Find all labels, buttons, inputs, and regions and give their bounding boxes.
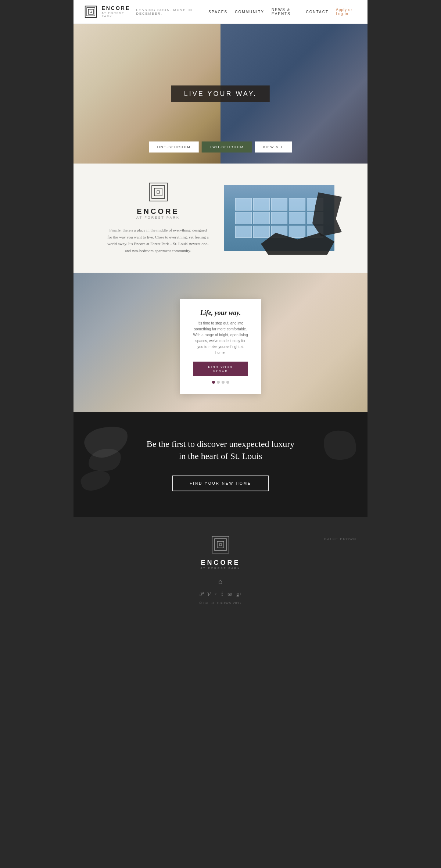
about-right — [224, 185, 334, 251]
about-section: ENCORE AT FOREST PARK Finally, there's a… — [74, 164, 368, 273]
equal-housing-icon: ⌂ — [218, 577, 223, 585]
window — [235, 226, 252, 238]
googleplus-icon[interactable]: g+ — [236, 591, 242, 598]
hero-buttons: ONE-BEDROOM TWO-BEDROOM VIEW ALL — [149, 141, 292, 153]
dot-4[interactable] — [226, 381, 229, 384]
svg-rect-9 — [215, 539, 226, 550]
ink-splash-decoration — [312, 192, 342, 236]
login-label[interactable]: Log-in — [336, 12, 348, 16]
footer-brand-sub: AT FOREST PARK — [85, 567, 356, 570]
header-tagline: LEASING SOON. MOVE IN DECEMBER. — [136, 8, 208, 15]
logo-sub: AT FOREST PARK — [101, 11, 132, 18]
dark-title-line2: in the heart of St. Louis — [179, 451, 262, 461]
find-home-button[interactable]: FIND YOUR NEW HOME — [172, 476, 269, 491]
hero-banner: LIVE YOUR WAY. — [171, 86, 270, 102]
about-brand-sub: AT FOREST PARK — [107, 216, 209, 219]
balke-brown-label: BALKE BROWN — [324, 537, 356, 541]
dark-title-line1: Be the first to discover unexpected luxu… — [147, 439, 295, 449]
footer-logo-icon — [211, 535, 230, 554]
nav-apply[interactable]: Apply or Log-in — [336, 8, 356, 16]
footer: ENCORE AT FOREST PARK ⌂ 𝒫 𝓥 ᵛ f ✉ g+ BAL… — [74, 517, 368, 616]
hero-section: LIVE YOUR WAY. ONE-BEDROOM TWO-BEDROOM V… — [74, 24, 368, 164]
lifestyle-description: It's time to step out, and into somethin… — [193, 320, 248, 356]
logo-text: ENCORE AT FOREST PARK — [101, 5, 132, 18]
vine-icon[interactable]: ᵛ — [215, 591, 217, 598]
copyright: © BALKE BROWN 2017 — [85, 601, 356, 605]
dot-3[interactable] — [222, 381, 225, 384]
lifestyle-section: Life, your way. It's time to step out, a… — [74, 273, 368, 412]
about-left: ENCORE AT FOREST PARK Finally, there's a… — [107, 182, 209, 254]
about-logo-icon — [148, 182, 168, 202]
lifestyle-card: Life, your way. It's time to step out, a… — [180, 299, 261, 394]
encore-logo-icon — [85, 4, 97, 19]
nav-spaces[interactable]: SPACES — [208, 10, 227, 14]
svg-rect-5 — [152, 186, 165, 198]
svg-rect-10 — [217, 541, 224, 548]
window — [253, 226, 270, 238]
find-space-button[interactable]: FIND YOUR SPACE — [193, 362, 248, 376]
svg-rect-2 — [88, 9, 93, 14]
svg-rect-1 — [87, 8, 95, 16]
window — [289, 226, 305, 238]
dot-1[interactable] — [212, 381, 215, 384]
logo-brand: ENCORE — [101, 5, 132, 11]
footer-brand: ENCORE — [85, 559, 356, 567]
pinterest-icon[interactable]: 𝒫 — [199, 591, 203, 598]
svg-rect-7 — [157, 191, 159, 193]
window — [253, 212, 270, 224]
email-icon[interactable]: ✉ — [227, 591, 232, 598]
hero-overlay: LIVE YOUR WAY. — [171, 86, 270, 102]
window — [289, 212, 305, 224]
window — [271, 198, 288, 210]
two-bedroom-button[interactable]: TWO-BEDROOM — [202, 141, 252, 153]
dark-section-title: Be the first to discover unexpected luxu… — [85, 438, 356, 463]
svg-rect-6 — [154, 188, 162, 196]
window — [271, 212, 288, 224]
header: ENCORE AT FOREST PARK LEASING SOON. MOVE… — [74, 0, 368, 24]
svg-rect-11 — [219, 544, 222, 546]
equal-housing: ⌂ — [218, 577, 223, 586]
carousel-dots — [193, 381, 248, 384]
facebook-icon[interactable]: f — [221, 591, 223, 598]
header-nav: SPACES COMMUNITY NEWS & EVENTS CONTACT A… — [208, 8, 356, 16]
dark-section: Be the first to discover unexpected luxu… — [74, 412, 368, 517]
window — [235, 198, 252, 210]
vimeo-icon[interactable]: 𝓥 — [207, 591, 210, 598]
svg-rect-3 — [90, 11, 92, 12]
footer-social: 𝒫 𝓥 ᵛ f ✉ g+ — [85, 591, 356, 598]
or-label: or — [348, 8, 352, 12]
dot-2[interactable] — [217, 381, 220, 384]
lifestyle-title: Life, your way. — [193, 309, 248, 317]
apply-label[interactable]: Apply — [336, 8, 347, 12]
one-bedroom-button[interactable]: ONE-BEDROOM — [149, 141, 199, 153]
hero-banner-text: LIVE YOUR WAY. — [184, 90, 257, 97]
view-all-button[interactable]: VIEW ALL — [255, 141, 292, 153]
header-left: ENCORE AT FOREST PARK LEASING SOON. MOVE… — [85, 4, 208, 19]
nav-contact[interactable]: CONTACT — [306, 10, 329, 14]
window — [289, 198, 305, 210]
nav-news-events[interactable]: NEWS & EVENTS — [272, 8, 299, 16]
building-windows — [235, 198, 323, 238]
about-brand: ENCORE — [107, 207, 209, 216]
window — [253, 198, 270, 210]
nav-community[interactable]: COMMUNITY — [235, 10, 264, 14]
window — [235, 212, 252, 224]
about-description: Finally, there's a place in the middle o… — [107, 227, 209, 254]
